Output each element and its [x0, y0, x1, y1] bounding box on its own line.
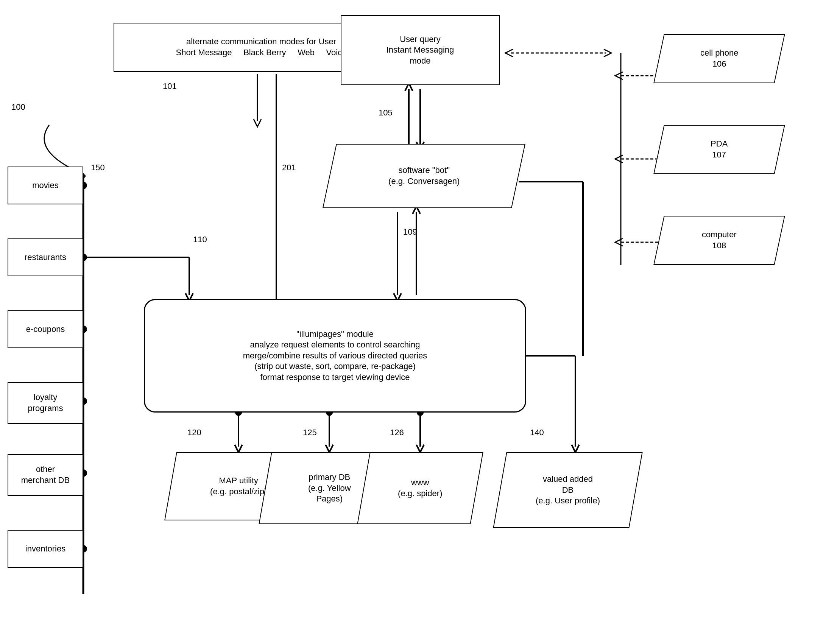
ref-140-label: 140	[530, 428, 544, 438]
ref-125-label: 125	[303, 428, 317, 438]
primary-db-text: primary DB(e.g. YellowPages)	[308, 472, 351, 504]
ecoupons-text: e-coupons	[26, 324, 65, 335]
illumipages-text: "illumipages" module analyze request ele…	[243, 329, 427, 383]
ref-101-label: 101	[163, 81, 177, 91]
illumipages-box: "illumipages" module analyze request ele…	[144, 299, 526, 413]
computer-text: computer108	[702, 229, 737, 251]
software-bot-text: software "bot"(e.g. Conversagen)	[389, 165, 459, 186]
movies-text: movies	[32, 180, 59, 191]
computer-box: computer108	[654, 216, 785, 265]
ref-109-label: 109	[403, 227, 417, 237]
user-query-box: User queryInstant Messagingmode	[341, 15, 500, 85]
ref-120-label: 120	[187, 428, 201, 438]
pda-box: PDA107	[654, 125, 785, 174]
cell-phone-text: cell phone106	[700, 48, 738, 69]
ref-201-label: 201	[282, 163, 296, 172]
ref-110-label: 110	[193, 235, 207, 244]
www-box: www(e.g. spider)	[357, 452, 483, 524]
inventories-box: inventories	[8, 530, 83, 568]
www-text: www(e.g. spider)	[398, 477, 442, 499]
valued-added-text: valued addedDB(e.g. User profile)	[536, 474, 600, 506]
other-merchant-text: othermerchant DB	[21, 464, 70, 485]
movies-box: movies	[8, 166, 83, 204]
ecoupons-box: e-coupons	[8, 310, 83, 348]
ref-105-label: 105	[379, 108, 393, 118]
other-merchant-box: othermerchant DB	[8, 454, 83, 496]
ref-150-label: 150	[91, 163, 105, 172]
software-bot-box: software "bot"(e.g. Conversagen)	[323, 144, 525, 208]
loyalty-text: loyaltyprograms	[28, 392, 63, 414]
diagram: 100 alternate communication modes for Us…	[0, 0, 840, 626]
loyalty-box: loyaltyprograms	[8, 382, 83, 424]
ref-126-label: 126	[390, 428, 404, 438]
inventories-text: inventories	[25, 543, 66, 554]
restaurants-box: restaurants	[8, 238, 83, 276]
cell-phone-box: cell phone106	[654, 34, 785, 83]
map-utility-text: MAP utility(e.g. postal/zip)	[210, 475, 267, 497]
user-query-text: User queryInstant Messagingmode	[387, 34, 454, 67]
comm-modes-text: alternate communication modes for UserSh…	[176, 36, 347, 58]
valued-added-box: valued addedDB(e.g. User profile)	[493, 452, 643, 528]
ref-100-label: 100	[11, 102, 25, 112]
pda-text: PDA107	[710, 139, 727, 160]
restaurants-text: restaurants	[25, 252, 66, 263]
